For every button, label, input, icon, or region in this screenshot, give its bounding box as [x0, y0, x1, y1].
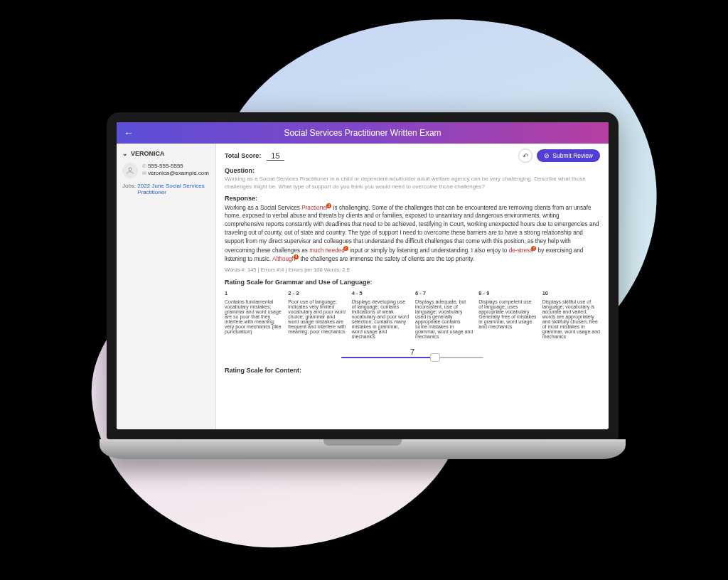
- scale-desc: Displays developing use of language; con…: [352, 299, 410, 339]
- content-scale-title: Rating Scale for Content:: [225, 367, 600, 374]
- question-text: Working as a Social Services Practitione…: [225, 176, 600, 191]
- candidate-name: VERONICA: [131, 150, 165, 157]
- mail-icon: ✉: [142, 171, 146, 176]
- phone-value: 555-555-5555: [148, 163, 183, 169]
- scale-header: 10: [542, 290, 600, 296]
- rating-scale: 1Contains fundamental vocabulary mistake…: [225, 290, 600, 339]
- response-label: Response:: [225, 195, 600, 202]
- scale-desc: Poor use of language; indicates very lim…: [288, 299, 346, 334]
- scale-desc: Displays skillful use of language; vocab…: [542, 299, 600, 339]
- scale-header: 6 - 7: [415, 290, 473, 296]
- scale-desc: Displays competent use of language; uses…: [478, 299, 536, 329]
- scale-col: 4 - 5Displays developing use of language…: [352, 290, 410, 339]
- job-link[interactable]: 2022 June Social Services Practitioner: [137, 183, 205, 195]
- avatar: [122, 163, 138, 178]
- response-stats: Words #: 145 | Errors #:4 | Errors per 1…: [225, 267, 600, 273]
- jobs-label: Jobs:: [122, 183, 136, 189]
- scale-col: 2 - 3Poor use of language; indicates ver…: [288, 290, 346, 339]
- scale-desc: Displays adequate, but inconsistent, use…: [415, 299, 473, 339]
- phone-row: ✆555-555-5555: [142, 163, 209, 170]
- svg-point-0: [129, 168, 132, 171]
- submit-label: Submit Review: [552, 152, 593, 159]
- scale-col: 8 - 9Displays competent use of language;…: [478, 290, 536, 339]
- back-icon[interactable]: ←: [124, 127, 134, 139]
- app-screen: ← Social Services Practitioner Written E…: [117, 122, 609, 429]
- scale-col: 1Contains fundamental vocabulary mistake…: [225, 290, 282, 339]
- total-score-label: Total Score:: [225, 152, 261, 159]
- email-row: ✉veronica@example.com: [142, 170, 209, 177]
- chevron-down-icon: ⌄: [122, 150, 128, 157]
- page-title: Social Services Practitioner Written Exa…: [284, 128, 441, 138]
- scale-col: 10Displays skillful use of language; voc…: [542, 290, 600, 339]
- slider-value: 7: [225, 348, 600, 356]
- scale-col: 6 - 7Displays adequate, but inconsistent…: [415, 290, 473, 339]
- scale-desc: Contains fundamental vocabulary mistakes…: [225, 299, 282, 334]
- submit-review-button[interactable]: ⊘ Submit Review: [537, 149, 600, 162]
- error-highlight[interactable]: Although: [272, 256, 295, 262]
- total-score-value[interactable]: 15: [267, 151, 284, 161]
- slider-thumb[interactable]: [430, 353, 440, 362]
- main-panel: Total Score: 15 ↶ ⊘ Submit Review Questi…: [216, 144, 609, 429]
- undo-button[interactable]: ↶: [518, 149, 532, 163]
- app-header: ← Social Services Practitioner Written E…: [117, 122, 609, 144]
- error-highlight[interactable]: much needed: [309, 247, 345, 254]
- rating-scale-title: Rating Scale for Grammar and Use of Lang…: [225, 279, 600, 286]
- response-text: Working as a Social Services Practioner1…: [225, 203, 600, 264]
- scale-header: 8 - 9: [478, 290, 536, 296]
- email-value: veronica@example.com: [148, 170, 209, 176]
- error-highlight[interactable]: Practioner: [301, 204, 328, 210]
- rating-slider[interactable]: [341, 357, 483, 358]
- sidebar: ⌄VERONICA ✆555-555-5555 ✉veronica@exampl…: [117, 144, 216, 429]
- laptop-frame: ← Social Services Practitioner Written E…: [100, 112, 626, 459]
- check-icon: ⊘: [544, 152, 550, 159]
- scale-header: 4 - 5: [352, 290, 410, 296]
- question-label: Question:: [225, 167, 600, 174]
- candidate-name-toggle[interactable]: ⌄VERONICA: [122, 148, 210, 161]
- scale-header: 1: [225, 290, 282, 296]
- phone-icon: ✆: [142, 163, 146, 168]
- scale-header: 2 - 3: [288, 290, 346, 296]
- error-highlight[interactable]: de-stress: [509, 247, 533, 254]
- laptop-base: [100, 439, 626, 459]
